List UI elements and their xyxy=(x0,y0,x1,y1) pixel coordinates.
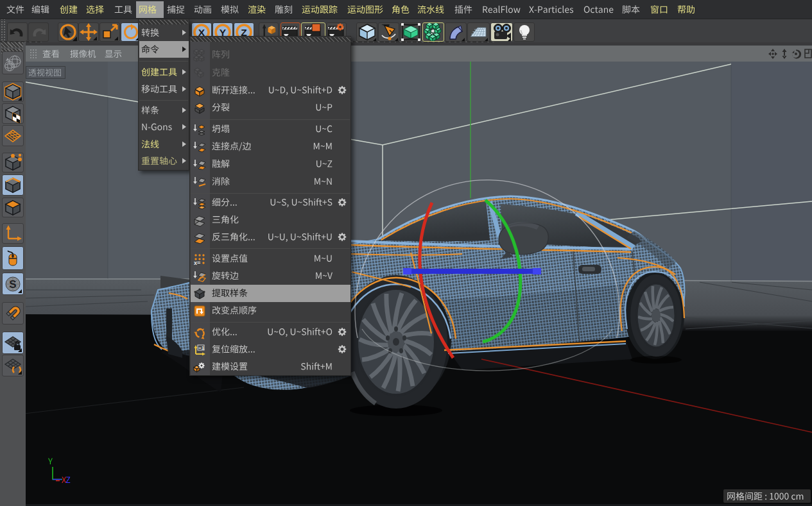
svg-text:x=: x= xyxy=(194,260,200,266)
svg-text:S: S xyxy=(9,278,16,291)
svg-text:=1: =1 xyxy=(198,345,205,351)
